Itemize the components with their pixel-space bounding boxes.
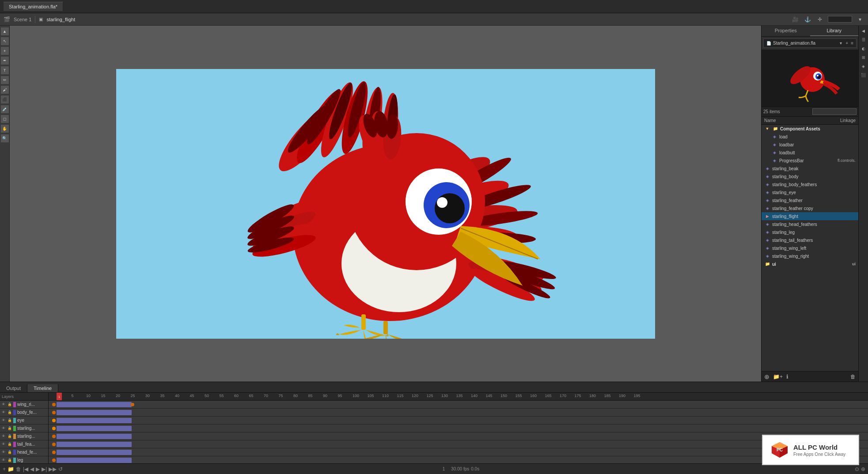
frame-number: 100 [353, 394, 359, 398]
visibility-icon[interactable]: 👁 [2, 450, 6, 454]
edge-btn-3[interactable]: ◐ [860, 45, 867, 52]
visibility-icon[interactable]: 👁 [2, 458, 6, 462]
lib-item-starling-leg[interactable]: ◈ starling_leg [762, 228, 858, 236]
lock-icon[interactable]: 🔒 [8, 426, 12, 430]
visibility-icon[interactable]: 👁 [2, 442, 6, 446]
lock-icon[interactable]: 🔒 [8, 402, 12, 406]
lib-item-name: starling_eye [772, 190, 856, 195]
go-first-btn[interactable]: |◀ [23, 466, 28, 472]
eraser-tool[interactable]: ◻ [1, 115, 9, 123]
symbol-icon-load: ◈ [771, 134, 777, 140]
layers-header: Layers [0, 393, 48, 401]
new-layer-btn[interactable]: + [3, 466, 6, 472]
edge-btn-2[interactable]: ☰ [860, 36, 867, 43]
go-back-btn[interactable]: ◀ [30, 466, 34, 472]
pencil-tool[interactable]: ✏ [1, 76, 9, 84]
lib-item-name: starling_feather copy [772, 206, 856, 211]
brush-tool[interactable]: 🖌 [1, 86, 9, 94]
visibility-icon[interactable]: 👁 [2, 410, 6, 414]
lock-icon[interactable]: 🔒 [8, 418, 12, 422]
ad-logo-svg: PC [770, 440, 790, 460]
go-last-btn[interactable]: ▶▶ [49, 466, 57, 472]
track-starling1 [49, 424, 868, 432]
lock-icon[interactable]: 🔒 [8, 450, 12, 454]
properties-btn[interactable]: ℹ [786, 374, 788, 380]
lock-icon[interactable]: 🔒 [8, 442, 12, 446]
new-library-icon[interactable]: + [845, 41, 848, 46]
edge-btn-4[interactable]: ⊞ [860, 54, 867, 61]
anchor-icon[interactable]: ⚓ [803, 15, 812, 24]
edge-btn-1[interactable]: ◀ [860, 27, 867, 34]
tab-output[interactable]: Output [0, 384, 27, 392]
edge-btn-5[interactable]: ◈ [860, 63, 867, 70]
camera-icon[interactable]: 🎥 [791, 15, 800, 24]
subselect-tool[interactable]: ↖ [1, 37, 9, 45]
visibility-icon[interactable]: 👁 [2, 402, 6, 406]
library-search-input[interactable] [812, 108, 857, 115]
lock-icon[interactable]: 🔒 [8, 434, 12, 438]
frame-number: 130 [441, 394, 448, 398]
lib-item-loadbutt[interactable]: ◈ loadbutt [762, 149, 858, 157]
bottom-area: Output Timeline Layers 👁 🔒 wing_ri... [0, 382, 868, 474]
delete-layer-btn[interactable]: 🗑 [16, 466, 21, 472]
visibility-icon[interactable]: 👁 [2, 426, 6, 430]
zoom-dropdown-icon[interactable]: ▾ [856, 15, 864, 24]
library-file-selector[interactable]: 📄 Starling_animation.fla ▾ + ≡ [763, 38, 857, 48]
hand-tool[interactable]: ✋ [1, 125, 9, 133]
text-tool[interactable]: T [1, 66, 9, 74]
visibility-icon[interactable]: 👁 [2, 434, 6, 438]
file-dropdown-icon[interactable]: ▾ [840, 41, 842, 46]
lib-item-name: starling_beak [772, 166, 856, 171]
lib-item-starling-wing-right[interactable]: ◈ starling_wing_right [762, 252, 858, 260]
canvas-area [10, 26, 761, 382]
document-tab[interactable]: Starling_animation.fla* [4, 2, 63, 11]
tab-timeline[interactable]: Timeline [27, 384, 58, 392]
lib-item-starling-body[interactable]: ◈ starling_body [762, 172, 858, 180]
loop-btn[interactable]: ↺ [58, 466, 63, 472]
pen-tool[interactable]: ✒ [1, 57, 9, 65]
lib-item-starling-feather-copy[interactable]: ◈ starling_feather copy [762, 204, 858, 212]
visibility-icon[interactable]: 👁 [2, 418, 6, 422]
layer-eye: 👁 🔒 eye [0, 417, 48, 424]
frame-number: 50 [205, 394, 209, 398]
onion-markers-btn[interactable]: ⊕ [861, 466, 865, 472]
playhead-marker[interactable]: 1 [57, 393, 62, 401]
lib-item-starling-head-feathers[interactable]: ◈ starling_head_feathers [762, 220, 858, 228]
transform-icon[interactable]: ✛ [815, 15, 824, 24]
tab-library[interactable]: Library [810, 26, 859, 36]
keyframe-dot [52, 411, 56, 414]
edge-btn-6[interactable]: ⬛ [860, 72, 867, 79]
onion-skin-btn[interactable]: ⊙ [855, 466, 859, 472]
zoom-tool[interactable]: 🔍 [1, 134, 9, 142]
zoom-input[interactable]: 100% [828, 16, 852, 23]
select-tool[interactable]: ▲ [1, 27, 9, 35]
tab-properties[interactable]: Properties [762, 26, 810, 36]
new-folder-layer-btn[interactable]: 📁 [8, 466, 14, 472]
lock-icon[interactable]: 🔒 [8, 410, 12, 414]
new-folder-btn[interactable]: 📁+ [773, 374, 783, 380]
lasso-tool[interactable]: ⌖ [1, 47, 9, 55]
go-forward-btn[interactable]: ▶| [42, 466, 47, 472]
lib-item-component-assets[interactable]: ▼ 📁 Component Assets [762, 125, 858, 133]
symbol-icon-tail-feathers: ◈ [764, 237, 770, 243]
panel-options-icon[interactable]: ≡ [851, 41, 853, 46]
lib-item-starling-wing-left[interactable]: ◈ starling_wing_left [762, 244, 858, 252]
lock-icon[interactable]: 🔒 [8, 458, 12, 462]
lib-item-starling-feather[interactable]: ◈ starling_feather [762, 196, 858, 204]
lib-item-starling-tail-feathers[interactable]: ◈ starling_tail_feathers [762, 236, 858, 244]
fill-tool[interactable]: ⬛ [1, 96, 9, 103]
lib-item-load[interactable]: ◈ load [762, 133, 858, 141]
new-symbol-btn[interactable]: ⊕ [764, 373, 769, 380]
lib-item-progressbar[interactable]: ◈ ProgressBar fl.controls. [762, 157, 858, 164]
lib-item-starling-body-feathers[interactable]: ◈ starling_body_feathers [762, 180, 858, 188]
lib-item-starling-flight[interactable]: ▶ starling_flight [762, 212, 858, 220]
library-search-bar: 25 items [762, 107, 858, 117]
lib-item-ui[interactable]: 📁 ui ui [762, 260, 858, 268]
lib-item-starling-eye[interactable]: ◈ starling_eye [762, 188, 858, 196]
delete-item-btn[interactable]: 🗑 [850, 374, 856, 380]
lib-item-starling-beak[interactable]: ◈ starling_beak [762, 164, 858, 172]
stage-canvas[interactable] [116, 69, 655, 339]
lib-item-loadbar[interactable]: ◈ loadbar [762, 141, 858, 149]
play-btn[interactable]: ▶ [36, 466, 40, 472]
eyedrop-tool[interactable]: 💉 [1, 105, 9, 113]
